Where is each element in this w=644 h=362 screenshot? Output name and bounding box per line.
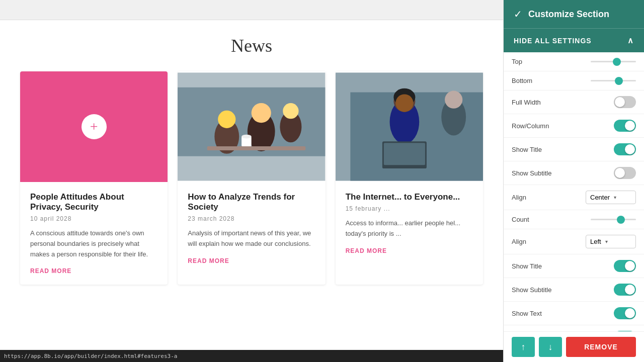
setting-show-text: Show Text bbox=[504, 302, 644, 325]
setting-show-subtitle-section: Show Subtitle bbox=[504, 161, 644, 185]
show-text-toggle-thumb bbox=[625, 308, 635, 318]
card-3-date: 15 february ... bbox=[346, 205, 473, 212]
setting-show-text-label: Show Text bbox=[512, 310, 542, 317]
card-1-image: + bbox=[20, 71, 168, 182]
add-button-card-1[interactable]: + bbox=[82, 114, 107, 139]
show-text-toggle-track[interactable] bbox=[614, 307, 636, 319]
setting-row-column-label: Row/Column bbox=[512, 122, 549, 130]
setting-bottom-label: Bottom bbox=[512, 77, 532, 84]
align-card-select[interactable]: Left ▾ bbox=[586, 235, 636, 248]
setting-count: Count bbox=[504, 210, 644, 229]
status-bar: https://app.8b.io/app/builder/index.html… bbox=[0, 350, 503, 362]
card-2-title: How to Analyze Trends for Society bbox=[188, 192, 315, 212]
show-buttons-toggle-track[interactable] bbox=[614, 331, 636, 331]
setting-show-subtitle-card: Show Subtitle bbox=[504, 278, 644, 302]
setting-show-title-section: Show Title bbox=[504, 138, 644, 161]
move-down-button[interactable]: ↓ bbox=[539, 337, 562, 357]
align-section-value: Center bbox=[590, 194, 610, 201]
setting-show-title-card: Show Title bbox=[504, 254, 644, 278]
setting-align-section-label: Align bbox=[512, 194, 526, 201]
chevron-up-icon: ∧ bbox=[627, 36, 634, 45]
setting-show-subtitle-section-label: Show Subtitle bbox=[512, 169, 552, 177]
show-text-toggle[interactable] bbox=[614, 307, 636, 319]
svg-point-16 bbox=[395, 94, 413, 112]
show-title-card-toggle-track[interactable] bbox=[614, 260, 636, 272]
setting-align-section: Align Center ▾ bbox=[504, 185, 644, 210]
row-column-toggle-thumb bbox=[625, 121, 635, 131]
svg-rect-8 bbox=[207, 146, 306, 150]
card-2-text: Analysis of important news of this year,… bbox=[188, 228, 315, 249]
main-content: News + People Attitudes About Privacy, S… bbox=[0, 0, 503, 362]
align-section-select[interactable]: Center ▾ bbox=[586, 191, 636, 204]
show-title-card-toggle[interactable] bbox=[614, 260, 636, 272]
setting-top: Top bbox=[504, 52, 644, 71]
show-subtitle-section-toggle-track[interactable] bbox=[614, 167, 636, 179]
card-3-body: The Internet... to Everyone... 15 februa… bbox=[336, 182, 483, 264]
show-title-section-toggle-track[interactable] bbox=[614, 143, 636, 155]
chevron-down-icon-2: ▾ bbox=[605, 239, 608, 244]
row-column-toggle-track[interactable] bbox=[614, 120, 636, 132]
panel-header: ✓ Customize Section bbox=[504, 0, 644, 28]
card-2-body: How to Analyze Trends for Society 23 mar… bbox=[178, 182, 325, 275]
show-buttons-toggle[interactable] bbox=[614, 331, 636, 331]
card-2-date: 23 march 2028 bbox=[188, 215, 315, 222]
panel-title: Customize Section bbox=[528, 9, 609, 20]
svg-point-3 bbox=[218, 111, 236, 128]
setting-bottom-slider-container bbox=[591, 80, 636, 81]
check-icon: ✓ bbox=[514, 8, 522, 20]
svg-point-5 bbox=[252, 103, 271, 123]
setting-count-label: Count bbox=[512, 216, 529, 223]
setting-top-slider-container bbox=[591, 61, 636, 62]
hide-settings-label: HIDE ALL SETTINGS bbox=[514, 37, 592, 45]
chevron-down-icon: ▾ bbox=[614, 195, 616, 200]
status-url: https://app.8b.io/app/builder/index.html… bbox=[4, 353, 177, 359]
card-3-text: Access to informa... earlier people hel.… bbox=[346, 218, 473, 239]
settings-body: Top Bottom Full Width Row/Column bbox=[504, 52, 644, 331]
top-slider[interactable] bbox=[591, 61, 636, 62]
show-title-section-toggle-thumb bbox=[625, 144, 635, 154]
setting-show-title-section-label: Show Title bbox=[512, 146, 542, 153]
card-1-text: A conscious attitude towards one's own p… bbox=[30, 228, 157, 259]
show-subtitle-card-toggle[interactable] bbox=[614, 284, 636, 296]
show-subtitle-card-toggle-track[interactable] bbox=[614, 284, 636, 296]
setting-align-card: Align Left ▾ bbox=[504, 229, 644, 254]
show-title-section-toggle[interactable] bbox=[614, 143, 636, 155]
card-3: The Internet... to Everyone... 15 februa… bbox=[336, 71, 483, 285]
card-1: + People Attitudes About Privacy, Securi… bbox=[20, 71, 168, 285]
row-column-toggle[interactable] bbox=[614, 120, 636, 132]
svg-rect-18 bbox=[383, 143, 425, 165]
right-panel: ✓ Customize Section HIDE ALL SETTINGS ∧ … bbox=[503, 0, 644, 362]
card-1-date: 10 april 2028 bbox=[30, 215, 157, 222]
cards-grid: + People Attitudes About Privacy, Securi… bbox=[20, 71, 483, 285]
svg-point-20 bbox=[445, 91, 462, 109]
setting-full-width-label: Full Width bbox=[512, 99, 541, 106]
full-width-toggle-track[interactable] bbox=[614, 96, 636, 108]
full-width-toggle[interactable] bbox=[614, 96, 636, 108]
card-2: How to Analyze Trends for Society 23 mar… bbox=[178, 71, 325, 285]
show-subtitle-card-toggle-thumb bbox=[625, 285, 635, 295]
bottom-slider[interactable] bbox=[591, 80, 636, 81]
count-slider[interactable] bbox=[591, 219, 636, 220]
hide-all-settings-button[interactable]: HIDE ALL SETTINGS ∧ bbox=[504, 28, 644, 52]
panel-actions: ↑ ↓ REMOVE bbox=[504, 331, 644, 362]
page-header bbox=[0, 0, 503, 20]
card-2-read-more[interactable]: READ MORE bbox=[188, 257, 315, 264]
remove-button[interactable]: REMOVE bbox=[566, 337, 636, 357]
card-3-read-more[interactable]: READ MORE bbox=[346, 247, 473, 254]
setting-count-slider-container bbox=[591, 219, 636, 220]
full-width-toggle-thumb bbox=[615, 97, 625, 107]
setting-show-subtitle-card-label: Show Subtitle bbox=[512, 286, 552, 294]
news-section: News + People Attitudes About Privacy, S… bbox=[0, 20, 503, 300]
card-3-title: The Internet... to Everyone... bbox=[346, 192, 473, 202]
align-card-value: Left bbox=[590, 238, 601, 245]
show-subtitle-section-toggle[interactable] bbox=[614, 167, 636, 179]
card-2-image bbox=[178, 71, 325, 182]
card-1-title: People Attitudes About Privacy, Security bbox=[30, 192, 157, 212]
card-1-read-more[interactable]: READ MORE bbox=[30, 267, 157, 275]
move-up-button[interactable]: ↑ bbox=[512, 337, 535, 357]
svg-point-7 bbox=[283, 103, 299, 119]
news-section-title: News bbox=[20, 35, 483, 56]
setting-show-buttons: Show Buttons bbox=[504, 325, 644, 331]
card-3-image bbox=[336, 71, 483, 182]
setting-bottom: Bottom bbox=[504, 71, 644, 90]
